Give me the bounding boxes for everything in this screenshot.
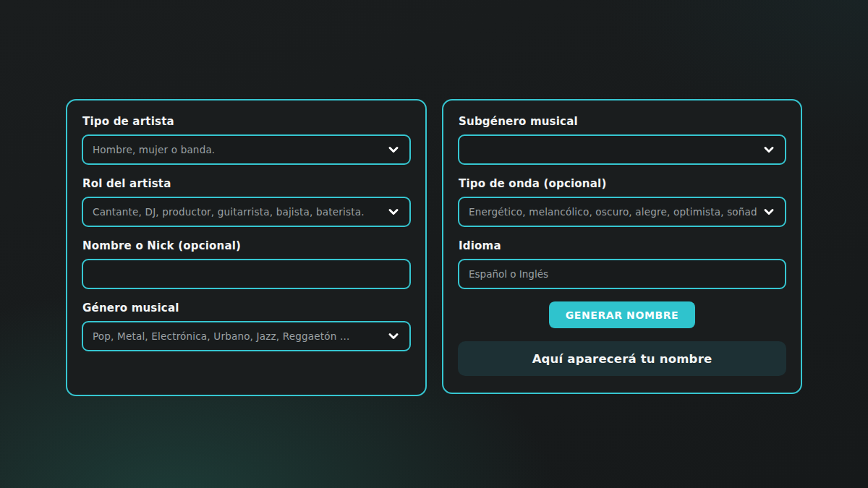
field-label-rol-del-artista: Rol del artista <box>82 177 411 190</box>
select-tipo-de-artista[interactable]: Hombre, mujer o banda. <box>82 134 411 165</box>
nombre-o-nick-input[interactable] <box>82 259 411 289</box>
artist-form-panel-left: Tipo de artista Hombre, mujer o banda. R… <box>66 99 427 396</box>
generated-name-result-box: Aquí aparecerá tu nombre <box>458 341 786 376</box>
chevron-down-icon <box>762 143 775 156</box>
chevron-down-icon <box>387 143 400 156</box>
select-rol-del-artista[interactable]: Cantante, DJ, productor, guitarrista, ba… <box>82 197 411 227</box>
field-label-subgenero-musical: Subgénero musical <box>459 115 786 128</box>
select-placeholder: Pop, Metal, Electrónica, Urbano, Jazz, R… <box>93 330 349 342</box>
select-placeholder: Energético, melancólico, oscuro, alegre,… <box>469 206 757 218</box>
field-label-tipo-de-artista: Tipo de artista <box>82 115 411 128</box>
chevron-down-icon <box>762 205 775 218</box>
select-genero-musical[interactable]: Pop, Metal, Electrónica, Urbano, Jazz, R… <box>82 321 411 351</box>
select-tipo-de-onda[interactable]: Energético, melancólico, oscuro, alegre,… <box>458 197 786 227</box>
chevron-down-icon <box>387 330 400 343</box>
artist-form-panel-right: Subgénero musical Tipo de onda (opcional… <box>442 99 802 394</box>
field-label-genero-musical: Género musical <box>82 301 411 314</box>
chevron-down-icon <box>387 205 400 218</box>
generate-button-row: GENERAR NOMBRE <box>458 301 786 328</box>
generar-nombre-button[interactable]: GENERAR NOMBRE <box>549 301 696 328</box>
idioma-input[interactable] <box>458 259 786 289</box>
field-label-tipo-de-onda: Tipo de onda (opcional) <box>459 177 786 190</box>
field-label-idioma: Idioma <box>459 239 786 252</box>
select-subgenero-musical[interactable] <box>458 134 786 165</box>
field-label-nombre-o-nick: Nombre o Nick (opcional) <box>82 239 411 252</box>
select-placeholder: Cantante, DJ, productor, guitarrista, ba… <box>93 206 365 218</box>
select-placeholder: Hombre, mujer o banda. <box>93 144 215 155</box>
